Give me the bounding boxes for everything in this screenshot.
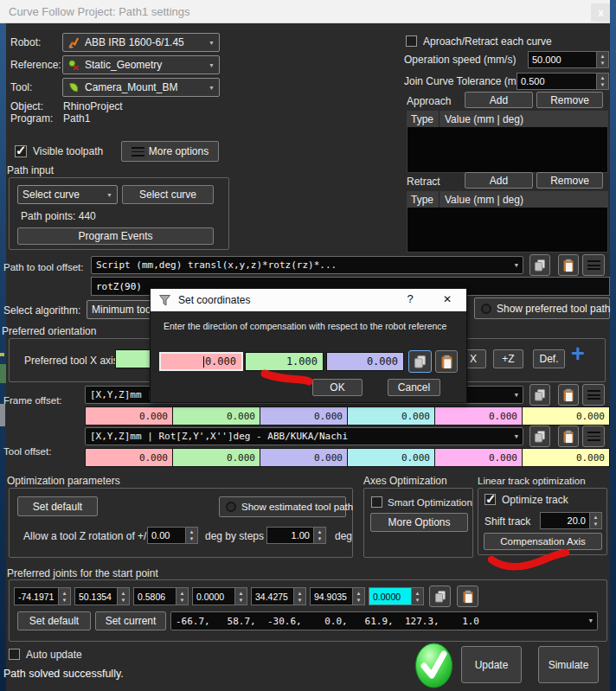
up-down-arrows-icon[interactable] — [411, 587, 424, 605]
tool-offset-y[interactable]: 0.000 — [173, 448, 260, 467]
operation-speed-spinbox[interactable]: 50.000 — [528, 51, 609, 68]
simulate-button[interactable]: Simulate — [538, 646, 599, 683]
path-offset-menu-button[interactable] — [582, 254, 605, 276]
dialog-titlebar[interactable]: Set coordinates ? ✕ — [151, 289, 466, 311]
joint-7-spinbox[interactable]: 0.0000 — [369, 587, 424, 605]
up-down-arrows-icon[interactable] — [352, 587, 365, 605]
auto-update-checkbox[interactable] — [9, 649, 20, 660]
up-down-arrows-icon[interactable] — [596, 73, 609, 90]
path-offset-paste-button[interactable] — [558, 254, 579, 276]
compensation-axis-button[interactable]: Compensation Axis — [484, 533, 602, 550]
retract-remove-button[interactable]: Remove — [536, 172, 603, 189]
frame-offset-values-row[interactable]: 0.000 0.000 0.000 0.000 0.000 0.000 — [85, 406, 610, 425]
dialog-paste-button[interactable] — [435, 350, 458, 373]
frame-offset-menu-button[interactable] — [582, 384, 605, 406]
tool-offset-combo[interactable]: [X,Y,Z]mm | Rot[Z,Y',X'']deg - ABB/KUKA/… — [85, 427, 523, 445]
more-options-button[interactable]: More options — [121, 141, 219, 162]
allow-rotation-spinbox[interactable]: 0.00 — [147, 527, 198, 544]
up-down-arrows-icon[interactable] — [185, 527, 198, 544]
dialog-copy-button[interactable] — [408, 350, 432, 373]
axes-more-options-button[interactable]: More Options — [370, 513, 468, 532]
reference-combo[interactable]: Static_Geometry — [62, 55, 220, 74]
shift-track-value[interactable]: 20.0 — [540, 512, 589, 529]
update-button[interactable]: Update — [461, 646, 522, 683]
dialog-z-field[interactable]: 0.000 — [326, 352, 404, 371]
tool-offset-values-row[interactable]: 0.000 0.000 0.000 0.000 0.000 0.000 — [85, 448, 610, 467]
joint-5-spinbox[interactable]: 34.4275 — [251, 587, 306, 605]
shift-track-spinbox[interactable]: 20.0 — [540, 512, 602, 529]
path-offset-combo[interactable]: Script (mm,deg) transl(x,y,z)*rotz(rz)*.… — [91, 256, 523, 274]
joints-paste-button[interactable] — [457, 585, 478, 607]
show-preferred-toolpath-radio[interactable]: Show preferred tool path — [474, 298, 610, 319]
tool-offset-z[interactable]: 0.000 — [260, 448, 348, 467]
dialog-y-field[interactable]: 1.000 — [245, 352, 324, 371]
joint-1-value[interactable]: -74.1971 — [14, 587, 58, 605]
up-down-arrows-icon[interactable] — [58, 587, 71, 605]
frame-offset-z[interactable]: 0.000 — [260, 406, 348, 425]
up-down-arrows-icon[interactable] — [117, 587, 130, 605]
smart-optimization-checkbox[interactable] — [371, 496, 382, 508]
approach-table-body[interactable] — [407, 127, 608, 173]
up-down-arrows-icon[interactable] — [313, 527, 326, 544]
dialog-close-button[interactable]: ✕ — [438, 293, 457, 305]
frame-offset-r3[interactable]: 0.000 — [523, 406, 610, 425]
join-tolerance-value[interactable]: 0.500 — [517, 73, 596, 90]
approach-remove-button[interactable]: Remove — [536, 92, 603, 108]
joint-3-spinbox[interactable]: 0.5806 — [133, 587, 189, 605]
frame-offset-y[interactable]: 0.000 — [173, 406, 260, 425]
joint-7-value[interactable]: 0.0000 — [369, 587, 411, 605]
up-down-arrows-icon[interactable] — [293, 587, 306, 605]
frame-offset-paste-button[interactable] — [558, 384, 579, 406]
visible-toolpath-checkbox[interactable] — [15, 145, 27, 157]
tool-offset-r1[interactable]: 0.000 — [348, 448, 435, 467]
frame-offset-r2[interactable]: 0.000 — [435, 406, 523, 425]
show-estimated-toolpath-radio[interactable]: Show estimated tool path — [219, 496, 346, 517]
retract-table-body[interactable] — [407, 208, 608, 253]
joints-solution-combo[interactable]: -66.7, 58.7, -30.6, 0.0, 61.9, 127.3, 1.… — [170, 611, 598, 630]
joint-2-spinbox[interactable]: 50.1354 — [74, 587, 130, 605]
retract-add-button[interactable]: Add — [465, 172, 533, 189]
joint-2-value[interactable]: 50.1354 — [74, 587, 117, 605]
axis-default-button[interactable]: Def. — [533, 349, 565, 368]
tool-offset-x[interactable]: 0.000 — [85, 448, 173, 467]
approach-retract-checkbox[interactable] — [406, 35, 417, 47]
frame-offset-copy-button[interactable] — [529, 384, 550, 406]
tool-offset-r2[interactable]: 0.000 — [435, 448, 523, 467]
joint-3-value[interactable]: 0.5806 — [133, 587, 176, 605]
joints-set-default-button[interactable]: Set default — [17, 611, 91, 630]
program-events-button[interactable]: Program Events — [17, 227, 214, 245]
up-down-arrows-icon[interactable] — [234, 587, 247, 605]
join-tolerance-spinbox[interactable]: 0.500 — [517, 73, 609, 90]
optimization-set-default-button[interactable]: Set default — [17, 496, 98, 516]
up-down-arrows-icon[interactable] — [596, 51, 609, 68]
joint-4-spinbox[interactable]: 0.0000 — [192, 587, 247, 605]
optimize-track-checkbox[interactable] — [484, 494, 496, 505]
window-close-button[interactable]: x — [591, 3, 611, 22]
tool-offset-r3[interactable]: 0.000 — [523, 448, 610, 467]
allow-rotation-value[interactable]: 0.00 — [147, 527, 185, 544]
up-down-arrows-icon[interactable] — [589, 512, 602, 529]
select-curve-button[interactable]: Select curve — [122, 185, 214, 204]
approach-add-button[interactable]: Add — [465, 92, 533, 108]
select-curve-combo[interactable]: Select curve — [17, 185, 118, 204]
joint-6-spinbox[interactable]: 94.9035 — [310, 587, 365, 605]
frame-offset-x[interactable]: 0.000 — [85, 406, 173, 425]
axis-plus-z-button[interactable]: +Z — [493, 349, 523, 368]
tool-offset-menu-button[interactable] — [582, 425, 605, 447]
up-down-arrows-icon[interactable] — [176, 587, 189, 605]
joint-1-spinbox[interactable]: -74.1971 — [14, 587, 71, 605]
tool-offset-copy-button[interactable] — [529, 425, 550, 447]
dialog-cancel-button[interactable]: Cancel — [388, 379, 440, 396]
dialog-x-field[interactable]: 0.000 — [159, 352, 243, 371]
joint-4-value[interactable]: 0.0000 — [192, 587, 234, 605]
joints-set-current-button[interactable]: Set current — [95, 611, 166, 630]
joints-copy-button[interactable] — [429, 585, 451, 607]
operation-speed-value[interactable]: 50.000 — [528, 51, 596, 68]
tool-combo[interactable]: Camera_Mount_BM — [62, 78, 220, 97]
add-axis-plus-icon[interactable]: + — [571, 342, 585, 366]
joint-6-value[interactable]: 94.9035 — [310, 587, 352, 605]
dialog-help-button[interactable]: ? — [401, 292, 419, 305]
frame-offset-r1[interactable]: 0.000 — [348, 406, 435, 425]
robot-combo[interactable]: ABB IRB 1600-6/1.45 — [62, 33, 220, 52]
steps-spinbox[interactable]: 1.00 — [266, 527, 326, 544]
